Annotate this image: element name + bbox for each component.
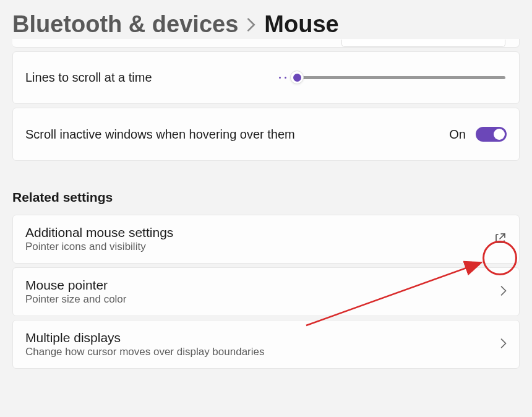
link-additional-mouse-settings[interactable]: Additional mouse settings Pointer icons … [12, 215, 520, 264]
link-subtitle: Pointer size and color [25, 293, 126, 306]
setting-scroll-inactive: Scroll inactive windows when hovering ov… [12, 108, 520, 161]
link-subtitle: Change how cursor moves over display bou… [25, 346, 264, 358]
setting-label: Lines to scroll at a time [25, 71, 299, 85]
slider-thumb[interactable] [290, 71, 304, 84]
toggle-state-text: On [449, 127, 466, 142]
lines-slider[interactable] [299, 76, 507, 79]
related-settings-heading: Related settings [12, 165, 520, 215]
link-multiple-displays[interactable]: Multiple displays Change how cursor move… [12, 320, 520, 369]
partial-setting-card [12, 39, 520, 48]
link-subtitle: Pointer icons and visibility [25, 241, 173, 253]
dropdown-scroll-mode[interactable] [341, 40, 505, 47]
link-title: Multiple displays [25, 330, 264, 345]
setting-lines-to-scroll: Lines to scroll at a time [12, 51, 520, 104]
breadcrumb-current: Mouse [264, 11, 338, 38]
toggle-knob [494, 129, 505, 140]
setting-label: Scroll inactive windows when hovering ov… [25, 127, 449, 142]
link-title: Mouse pointer [25, 278, 126, 293]
chevron-right-icon [500, 338, 507, 351]
link-title: Additional mouse settings [25, 225, 173, 240]
toggle-scroll-inactive[interactable] [476, 127, 507, 142]
breadcrumb: Bluetooth & devices Mouse [0, 0, 532, 38]
breadcrumb-parent[interactable]: Bluetooth & devices [12, 11, 238, 38]
external-link-icon [494, 232, 507, 247]
link-mouse-pointer[interactable]: Mouse pointer Pointer size and color [12, 267, 520, 316]
chevron-right-icon [247, 17, 255, 36]
chevron-right-icon [500, 286, 507, 298]
